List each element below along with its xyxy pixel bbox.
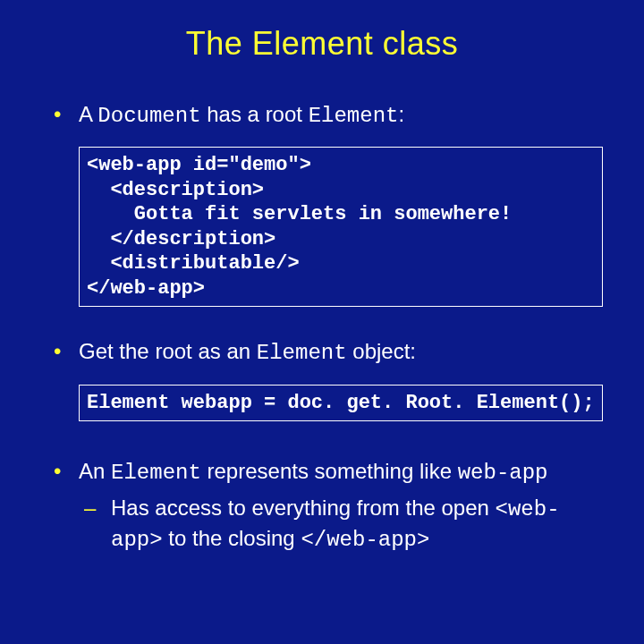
text: represents something like <box>201 459 458 483</box>
text: : <box>398 102 404 126</box>
slide-title: The Element class <box>41 25 603 63</box>
code-inline: Element <box>257 341 347 365</box>
code-inline: web-app <box>458 461 548 485</box>
sub-bullet-item-1: Has access to everything from the open <… <box>79 494 603 555</box>
text: An <box>79 459 111 483</box>
text: A <box>79 102 97 126</box>
code-inline: Document <box>97 104 200 128</box>
code-inline: Element <box>111 461 201 485</box>
bullet-list: Get the root as an Element object: <box>41 337 603 368</box>
bullet-list: A Document has a root Element: <box>41 100 603 131</box>
bullet-item-2: Get the root as an Element object: <box>41 337 603 368</box>
slide: The Element class A Document has a root … <box>0 0 644 644</box>
text: to the closing <box>163 526 301 550</box>
code-inline: </web-app> <box>301 528 429 552</box>
text: Get the root as an <box>79 339 257 363</box>
bullet-item-1: A Document has a root Element: <box>41 100 603 131</box>
code-block-2: Element webapp = doc. get. Root. Element… <box>79 385 603 422</box>
text: has a root <box>201 102 309 126</box>
code-block-1: <web-app id="demo"> <description> Gotta … <box>79 147 603 307</box>
text: Has access to everything from the open <box>111 496 496 520</box>
bullet-item-3: An Element represents something like web… <box>41 457 603 555</box>
text: object: <box>347 339 416 363</box>
bullet-list: An Element represents something like web… <box>41 457 603 555</box>
code-inline: Element <box>309 104 399 128</box>
sub-bullet-list: Has access to everything from the open <… <box>79 494 603 555</box>
